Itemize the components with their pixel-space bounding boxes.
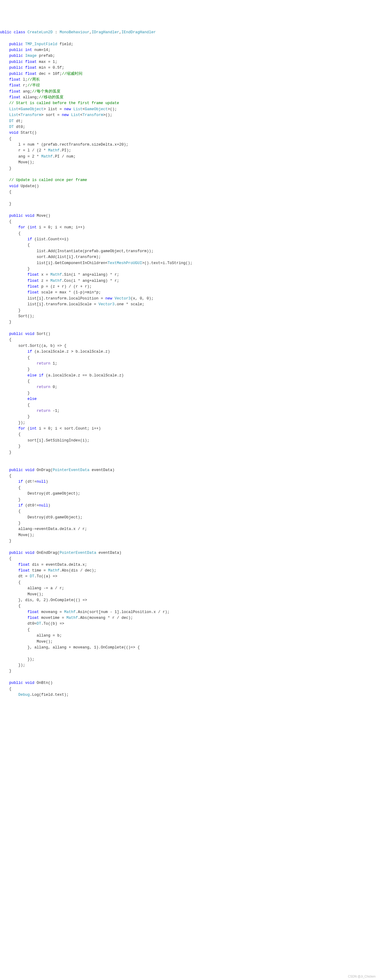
fn-onbtn: OnBtn: [37, 681, 48, 685]
code-block: ublic class CreateLun2D : MonoBehaviour,…: [0, 24, 378, 704]
kw-class: class: [14, 30, 26, 35]
fn-ondrag: OnDrag: [37, 468, 50, 472]
class-name: CreateLun2D: [27, 30, 53, 35]
fn-onenddrag: OnEndDrag: [37, 551, 57, 555]
fn-move: Move: [37, 214, 46, 218]
fn-sort: Sort: [37, 332, 46, 336]
kw-public: ublic: [0, 30, 11, 35]
fn-start: Start: [21, 130, 32, 135]
fn-update: Update: [21, 184, 35, 188]
